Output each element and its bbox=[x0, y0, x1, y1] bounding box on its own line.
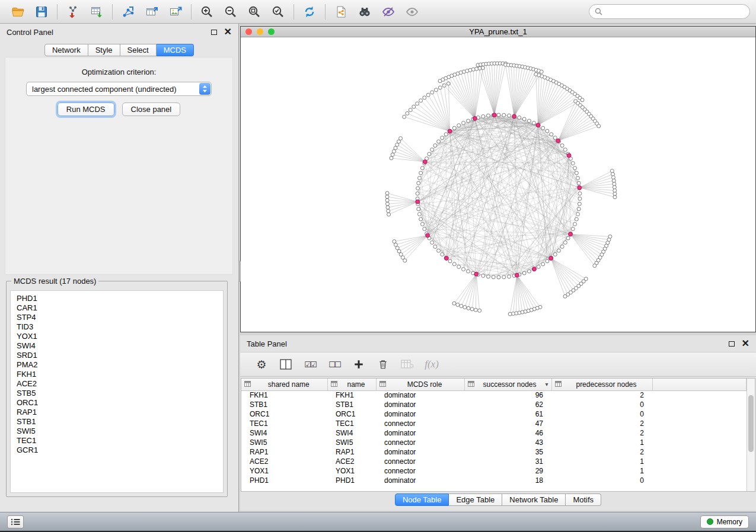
column-header-MCDS-role[interactable]: MCDS role bbox=[376, 379, 464, 390]
add-column-button[interactable] bbox=[352, 357, 366, 372]
import-network-button[interactable] bbox=[61, 2, 85, 21]
mcds-result-item[interactable]: TID3 bbox=[17, 322, 223, 332]
minimize-window-button[interactable] bbox=[257, 28, 263, 35]
import-table-button[interactable] bbox=[85, 2, 109, 21]
open-session-button[interactable] bbox=[6, 2, 30, 21]
table-tab-motifs[interactable]: Motifs bbox=[566, 493, 601, 506]
table-row[interactable]: ACE2ACE2connector311 bbox=[241, 457, 747, 466]
column-type-icon bbox=[555, 380, 562, 389]
memory-button[interactable]: Memory bbox=[700, 515, 749, 528]
mcds-result-item[interactable]: STB1 bbox=[17, 417, 223, 427]
mcds-result-item[interactable]: PMA2 bbox=[17, 360, 223, 370]
search-input[interactable] bbox=[606, 8, 744, 16]
table-row[interactable]: PHD1PHD1dominator180 bbox=[241, 476, 747, 485]
mcds-result-item[interactable]: GCR1 bbox=[17, 446, 223, 455]
criterion-value: largest connected component (undirected) bbox=[32, 85, 197, 94]
run-mcds-button[interactable]: Run MCDS bbox=[58, 102, 114, 116]
close-window-button[interactable] bbox=[245, 28, 252, 35]
mcds-result-list: PHD1CAR1STP4TID3YOX1SWI4SRD1PMA2FKH1ACE2… bbox=[10, 290, 224, 493]
column-header-name[interactable]: name bbox=[327, 379, 376, 390]
toolbar-separator bbox=[325, 4, 326, 20]
table-row[interactable]: YOX1YOX1connector291 bbox=[241, 466, 747, 476]
mcds-result-item[interactable]: FKH1 bbox=[17, 370, 223, 379]
open-folder-icon bbox=[11, 5, 25, 19]
maximize-window-button[interactable] bbox=[268, 28, 275, 35]
mcds-result-item[interactable]: CAR1 bbox=[17, 303, 223, 313]
zoom-in-button[interactable] bbox=[195, 2, 219, 21]
table-scrollbar[interactable] bbox=[747, 379, 755, 491]
scrollbar-thumb[interactable] bbox=[748, 395, 754, 452]
mcds-result-item[interactable]: RAP1 bbox=[17, 408, 223, 417]
table-panel-tabs: Node TableEdge TableNetwork TableMotifs bbox=[240, 493, 756, 506]
select-all-button[interactable]: ☑☑ bbox=[303, 357, 317, 372]
mcds-result-item[interactable]: ACE2 bbox=[17, 379, 223, 389]
float-table-panel-icon[interactable] bbox=[729, 341, 735, 347]
delete-column-button[interactable] bbox=[376, 357, 390, 372]
zoom-fit-button[interactable] bbox=[243, 2, 266, 21]
optimization-criterion-select[interactable]: largest connected component (undirected) bbox=[26, 82, 212, 96]
mcds-result-item[interactable]: SRD1 bbox=[17, 351, 223, 360]
node-table-body: FKH1FKH1dominator962STB1STB1dominator620… bbox=[241, 390, 747, 485]
function-builder-button[interactable]: f(x) bbox=[425, 357, 439, 372]
save-session-button[interactable] bbox=[30, 2, 53, 21]
export-table-button[interactable] bbox=[140, 2, 164, 21]
table-tab-node-table[interactable]: Node Table bbox=[395, 493, 449, 506]
splitter-handle[interactable] bbox=[238, 261, 241, 282]
refresh-button[interactable] bbox=[298, 2, 321, 21]
refresh-icon bbox=[302, 5, 317, 19]
memory-status-icon bbox=[707, 518, 713, 525]
control-tab-mcds[interactable]: MCDS bbox=[157, 44, 194, 56]
zoom-out-button[interactable] bbox=[219, 2, 243, 21]
column-header-shared-name[interactable]: shared name bbox=[241, 379, 327, 390]
export-table-icon bbox=[145, 5, 159, 19]
export-image-button[interactable] bbox=[164, 2, 187, 21]
column-header-successor-nodes[interactable]: successor nodes▾ bbox=[464, 379, 551, 390]
mcds-result-item[interactable]: SWI4 bbox=[17, 341, 223, 351]
save-icon bbox=[34, 5, 49, 19]
search-network-button[interactable] bbox=[353, 2, 377, 21]
close-panel-button[interactable]: Close panel bbox=[122, 102, 181, 116]
column-header-filler bbox=[652, 379, 747, 390]
status-menu-button[interactable] bbox=[7, 515, 24, 528]
control-tab-network[interactable]: Network bbox=[44, 44, 88, 56]
mcds-result-item[interactable]: STP4 bbox=[17, 313, 223, 322]
trash-icon bbox=[378, 358, 388, 370]
table-row[interactable]: STB1STB1dominator620 bbox=[241, 400, 747, 409]
table-settings-button[interactable]: ⚙ bbox=[254, 357, 269, 372]
table-row[interactable]: TEC1TEC1connector472 bbox=[241, 419, 747, 428]
export-web-button[interactable] bbox=[329, 2, 353, 21]
close-panel-icon[interactable]: ✕ bbox=[224, 27, 232, 37]
show-columns-button[interactable] bbox=[279, 357, 293, 372]
table-row[interactable]: ORC1ORC1dominator610 bbox=[241, 409, 747, 419]
mcds-result-item[interactable]: YOX1 bbox=[17, 332, 223, 341]
control-panel: Control Panel ✕ NetworkStyleSelectMCDS O… bbox=[0, 24, 239, 512]
export-network-button[interactable] bbox=[116, 2, 140, 21]
close-table-panel-icon[interactable]: ✕ bbox=[742, 339, 749, 348]
status-bar: Memory bbox=[0, 512, 756, 532]
table-row[interactable]: SWI5SWI5connector431 bbox=[241, 438, 747, 447]
show-graphics-button[interactable] bbox=[400, 2, 424, 21]
control-tab-style[interactable]: Style bbox=[88, 44, 120, 56]
table-row[interactable]: FKH1FKH1dominator962 bbox=[241, 390, 747, 400]
delete-table-button[interactable] bbox=[400, 357, 414, 372]
deselect-all-button[interactable]: ☐☐ bbox=[327, 357, 342, 372]
mcds-result-item[interactable]: TEC1 bbox=[17, 436, 223, 446]
analysis-button[interactable] bbox=[377, 2, 400, 21]
mcds-result-item[interactable]: SWI5 bbox=[17, 427, 223, 436]
zoom-fit-icon bbox=[247, 5, 261, 19]
column-header-predecessor-nodes[interactable]: predecessor nodes bbox=[551, 379, 652, 390]
mcds-result-item[interactable]: PHD1 bbox=[17, 294, 223, 303]
table-tab-edge-table[interactable]: Edge Table bbox=[449, 493, 502, 506]
zoom-selected-icon bbox=[271, 5, 285, 19]
mcds-result-item[interactable]: ORC1 bbox=[17, 398, 223, 408]
table-row[interactable]: SWI4SWI4dominator462 bbox=[241, 428, 747, 438]
mcds-result-item[interactable]: STB5 bbox=[17, 389, 223, 398]
table-row[interactable]: RAP1RAP1dominator352 bbox=[241, 447, 747, 457]
table-tab-network-table[interactable]: Network Table bbox=[502, 493, 566, 506]
network-graph[interactable] bbox=[241, 37, 755, 332]
float-panel-icon[interactable] bbox=[211, 30, 217, 35]
toolbar-separator bbox=[57, 4, 58, 20]
control-tab-select[interactable]: Select bbox=[120, 44, 157, 56]
zoom-selected-button[interactable] bbox=[266, 2, 290, 21]
columns-icon bbox=[280, 359, 292, 370]
